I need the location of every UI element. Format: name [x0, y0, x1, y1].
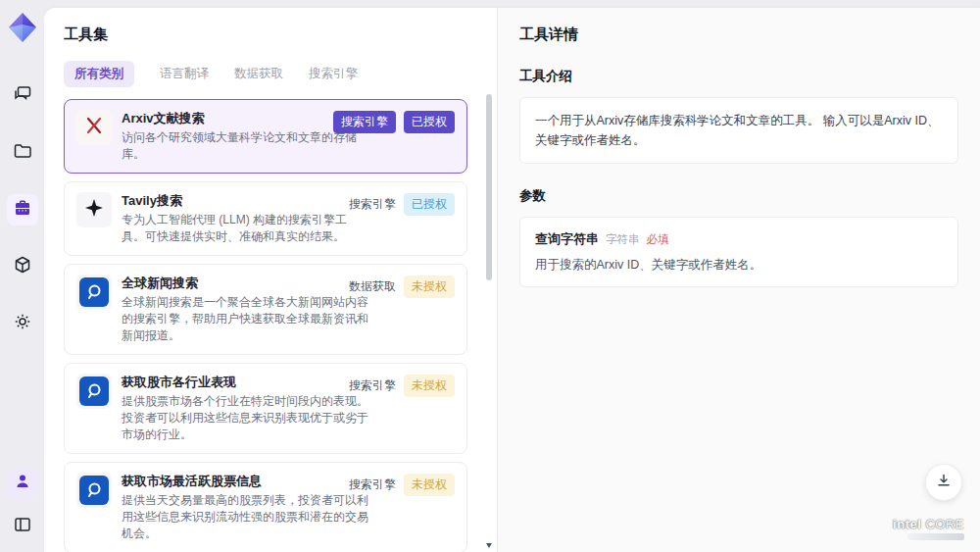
- tool-description: 访问各个研究领域大量科学论文和文章的存储库。: [122, 129, 368, 163]
- tool-category-tag: 搜索引擎: [333, 111, 396, 133]
- finance-icon: [79, 376, 109, 406]
- param-type: 字符串: [606, 232, 640, 247]
- tool-text: Tavily搜索 专为人工智能代理 (LLM) 构建的搜索引擎工具。可快速提供实…: [122, 192, 368, 245]
- tool-tags: 搜索引擎 已授权: [333, 111, 455, 133]
- sidebar-item-toolbox[interactable]: [7, 194, 38, 226]
- sidebar-item-chat[interactable]: [7, 80, 38, 112]
- intel-logo-text: intel: [893, 517, 921, 531]
- tool-tags: 搜索引擎 已授权: [349, 193, 455, 216]
- tool-icon-box: [76, 275, 112, 310]
- intel-core-logo: intel CORE: [893, 517, 964, 540]
- tavily-icon: [83, 197, 105, 223]
- category-tab[interactable]: 数据获取: [234, 61, 283, 87]
- cube-icon: [13, 255, 32, 278]
- sidebar-rail: [0, 0, 44, 552]
- sidebar-bottom: [0, 468, 44, 542]
- panel-layout-icon: [13, 515, 32, 538]
- scrollbar-thumb[interactable]: [486, 94, 492, 280]
- tool-list-pane: 工具集 所有类别语言翻译数据获取搜索引擎 Arxiv文献搜索 访问各个研究领域大…: [44, 8, 498, 552]
- page-title: 工具集: [64, 25, 477, 44]
- tool-detail-pane: 工具详情 工具介绍 一个用于从Arxiv存储库搜索科学论文和文章的工具。 输入可…: [498, 8, 980, 552]
- tool-name: 获取市场最活跃股票信息: [122, 473, 368, 490]
- tool-list: Arxiv文献搜索 访问各个研究领域大量科学论文和文章的存储库。 搜索引擎 已授…: [64, 99, 467, 552]
- scrollbar-down-caret[interactable]: [486, 543, 492, 548]
- tool-name: Tavily搜索: [122, 192, 368, 210]
- sidebar-item-collapse[interactable]: [7, 511, 38, 542]
- intro-text: 一个用于从Arxiv存储库搜索科学论文和文章的工具。 输入可以是Arxiv ID…: [535, 111, 943, 150]
- tool-status-badge: 已授权: [404, 111, 455, 133]
- tool-icon-box: [76, 473, 112, 508]
- category-tab[interactable]: 所有类别: [64, 61, 134, 87]
- tool-description: 专为人工智能代理 (LLM) 构建的搜索引擎工具。可快速提供实时、准确和真实的结…: [122, 212, 368, 245]
- tool-tags: 搜索引擎 未授权: [349, 474, 455, 496]
- sidebar-item-user[interactable]: [7, 468, 38, 499]
- finance-icon: [79, 277, 109, 307]
- tool-status-badge: 未授权: [404, 276, 455, 298]
- category-tab[interactable]: 语言翻译: [160, 61, 209, 87]
- intro-card: 一个用于从Arxiv存储库搜索科学论文和文章的工具。 输入可以是Arxiv ID…: [519, 97, 958, 164]
- toolbox-icon: [13, 198, 32, 222]
- tool-icon-box: [76, 374, 112, 409]
- tool-list-item[interactable]: 全球新闻搜索 全球新闻搜索是一个聚合全球各大新闻网站内容的搜索引擎，帮助用户快速…: [64, 264, 467, 355]
- tool-tags: 数据获取 未授权: [349, 276, 455, 298]
- finance-icon: [79, 476, 109, 505]
- tool-text: 获取市场最活跃股票信息 提供当天交易量最高的股票列表，投资者可以利用这些信息来识…: [122, 473, 368, 542]
- tool-list-item[interactable]: 获取股市各行业表现 提供股票市场各个行业在特定时间段内的表现。投资者可以利用这些…: [64, 363, 467, 454]
- tool-text: 全球新闻搜索 全球新闻搜索是一个聚合全球各大新闻网站内容的搜索引擎，帮助用户快速…: [122, 275, 368, 344]
- arxiv-icon: [83, 115, 105, 140]
- param-card: 查询字符串 字符串 必填 用于搜索的Arxiv ID、关键字或作者姓名。: [519, 217, 958, 287]
- tool-status-badge: 已授权: [404, 193, 455, 216]
- category-tab[interactable]: 搜索引擎: [309, 61, 358, 87]
- tool-description: 提供股票市场各个行业在特定时间段内的表现。投资者可以利用这些信息来识别表现优于或…: [122, 393, 368, 443]
- tool-text: Arxiv文献搜索 访问各个研究领域大量科学论文和文章的存储库。: [122, 110, 368, 163]
- download-button[interactable]: [925, 464, 962, 501]
- tool-category-tag: 搜索引擎: [349, 377, 396, 394]
- param-required-flag: 必填: [647, 232, 669, 247]
- tool-icon-box: [76, 110, 112, 145]
- tool-description: 提供当天交易量最高的股票列表，投资者可以利用这些信息来识别流动性强的股票和潜在的…: [122, 492, 368, 542]
- params-heading: 参数: [519, 187, 958, 205]
- folder-icon: [13, 141, 32, 165]
- param-header: 查询字符串 字符串 必填: [535, 230, 943, 248]
- tool-tags: 搜索引擎 未授权: [349, 375, 455, 397]
- tool-status-badge: 未授权: [404, 474, 455, 496]
- sidebar-nav: [7, 80, 38, 339]
- param-desc: 用于搜索的Arxiv ID、关键字或作者姓名。: [535, 257, 943, 274]
- tool-category-tag: 数据获取: [349, 278, 396, 295]
- tool-name: Arxiv文献搜索: [122, 110, 368, 127]
- tool-list-item[interactable]: Tavily搜索 专为人工智能代理 (LLM) 构建的搜索引擎工具。可快速提供实…: [64, 181, 467, 256]
- core-logo-text: CORE: [925, 517, 964, 531]
- detail-title: 工具详情: [519, 25, 958, 44]
- chat-icon: [13, 84, 32, 108]
- tool-text: 获取股市各行业表现 提供股票市场各个行业在特定时间段内的表现。投资者可以利用这些…: [122, 374, 368, 443]
- tool-category-tag: 搜索引擎: [349, 477, 396, 493]
- sidebar-item-settings[interactable]: [7, 308, 38, 339]
- tool-status-badge: 未授权: [404, 375, 455, 397]
- app-logo-icon: [5, 10, 40, 45]
- sidebar-item-packages[interactable]: [7, 251, 38, 282]
- tool-name: 获取股市各行业表现: [122, 374, 368, 391]
- tool-category-tag: 搜索引擎: [349, 196, 396, 213]
- list-scrollbar[interactable]: [486, 94, 492, 548]
- tool-description: 全球新闻搜索是一个聚合全球各大新闻网站内容的搜索引擎，帮助用户快速获取全球最新资…: [122, 294, 368, 344]
- gear-icon: [13, 312, 32, 335]
- user-icon: [13, 472, 32, 495]
- download-icon: [936, 473, 952, 492]
- intel-core-subline: [907, 533, 964, 540]
- param-name: 查询字符串: [535, 230, 599, 248]
- sidebar-item-files[interactable]: [7, 137, 38, 169]
- tool-list-item[interactable]: Arxiv文献搜索 访问各个研究领域大量科学论文和文章的存储库。 搜索引擎 已授…: [64, 99, 467, 174]
- main-panel: 工具集 所有类别语言翻译数据获取搜索引擎 Arxiv文献搜索 访问各个研究领域大…: [44, 8, 980, 552]
- tool-list-item[interactable]: 获取市场最活跃股票信息 提供当天交易量最高的股票列表，投资者可以利用这些信息来识…: [64, 462, 467, 552]
- tool-name: 全球新闻搜索: [122, 275, 368, 292]
- intro-heading: 工具介绍: [519, 68, 958, 85]
- tab-bar: 所有类别语言翻译数据获取搜索引擎: [64, 61, 477, 87]
- tool-icon-box: [76, 192, 112, 227]
